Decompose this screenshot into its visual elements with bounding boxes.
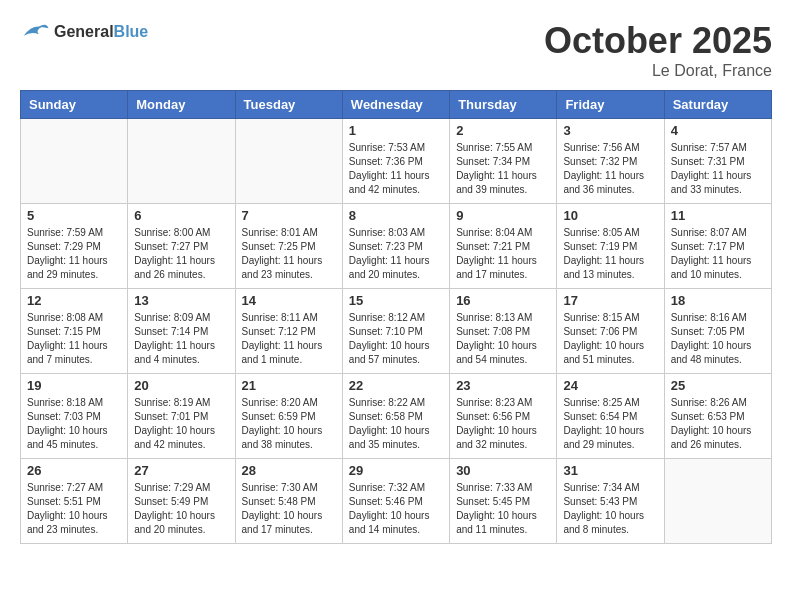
day-number: 18	[671, 293, 765, 308]
logo-general: General	[54, 23, 114, 40]
day-info: Sunrise: 8:18 AMSunset: 7:03 PMDaylight:…	[27, 396, 121, 452]
day-number: 6	[134, 208, 228, 223]
calendar-cell: 1Sunrise: 7:53 AMSunset: 7:36 PMDaylight…	[342, 119, 449, 204]
week-row-5: 26Sunrise: 7:27 AMSunset: 5:51 PMDayligh…	[21, 459, 772, 544]
calendar-cell: 30Sunrise: 7:33 AMSunset: 5:45 PMDayligh…	[450, 459, 557, 544]
day-number: 25	[671, 378, 765, 393]
day-info: Sunrise: 8:25 AMSunset: 6:54 PMDaylight:…	[563, 396, 657, 452]
day-info: Sunrise: 7:29 AMSunset: 5:49 PMDaylight:…	[134, 481, 228, 537]
day-number: 16	[456, 293, 550, 308]
title-area: October 2025 Le Dorat, France	[544, 20, 772, 80]
day-number: 21	[242, 378, 336, 393]
calendar-cell: 15Sunrise: 8:12 AMSunset: 7:10 PMDayligh…	[342, 289, 449, 374]
day-of-week-tuesday: Tuesday	[235, 91, 342, 119]
calendar-cell: 31Sunrise: 7:34 AMSunset: 5:43 PMDayligh…	[557, 459, 664, 544]
day-info: Sunrise: 7:53 AMSunset: 7:36 PMDaylight:…	[349, 141, 443, 197]
day-number: 2	[456, 123, 550, 138]
calendar-cell: 26Sunrise: 7:27 AMSunset: 5:51 PMDayligh…	[21, 459, 128, 544]
day-number: 15	[349, 293, 443, 308]
calendar-cell: 9Sunrise: 8:04 AMSunset: 7:21 PMDaylight…	[450, 204, 557, 289]
day-info: Sunrise: 7:57 AMSunset: 7:31 PMDaylight:…	[671, 141, 765, 197]
calendar-cell: 14Sunrise: 8:11 AMSunset: 7:12 PMDayligh…	[235, 289, 342, 374]
day-info: Sunrise: 7:27 AMSunset: 5:51 PMDaylight:…	[27, 481, 121, 537]
day-of-week-friday: Friday	[557, 91, 664, 119]
day-number: 23	[456, 378, 550, 393]
calendar-cell: 6Sunrise: 8:00 AMSunset: 7:27 PMDaylight…	[128, 204, 235, 289]
day-number: 30	[456, 463, 550, 478]
day-number: 1	[349, 123, 443, 138]
day-info: Sunrise: 7:59 AMSunset: 7:29 PMDaylight:…	[27, 226, 121, 282]
calendar-cell	[235, 119, 342, 204]
day-info: Sunrise: 8:05 AMSunset: 7:19 PMDaylight:…	[563, 226, 657, 282]
calendar-cell: 17Sunrise: 8:15 AMSunset: 7:06 PMDayligh…	[557, 289, 664, 374]
day-number: 11	[671, 208, 765, 223]
week-row-4: 19Sunrise: 8:18 AMSunset: 7:03 PMDayligh…	[21, 374, 772, 459]
day-info: Sunrise: 8:22 AMSunset: 6:58 PMDaylight:…	[349, 396, 443, 452]
calendar-cell: 7Sunrise: 8:01 AMSunset: 7:25 PMDaylight…	[235, 204, 342, 289]
week-row-1: 1Sunrise: 7:53 AMSunset: 7:36 PMDaylight…	[21, 119, 772, 204]
calendar-cell: 25Sunrise: 8:26 AMSunset: 6:53 PMDayligh…	[664, 374, 771, 459]
day-number: 8	[349, 208, 443, 223]
calendar-cell: 23Sunrise: 8:23 AMSunset: 6:56 PMDayligh…	[450, 374, 557, 459]
calendar-cell	[128, 119, 235, 204]
calendar-table: SundayMondayTuesdayWednesdayThursdayFrid…	[20, 90, 772, 544]
day-info: Sunrise: 8:01 AMSunset: 7:25 PMDaylight:…	[242, 226, 336, 282]
logo-icon	[20, 20, 50, 44]
calendar-cell: 4Sunrise: 7:57 AMSunset: 7:31 PMDaylight…	[664, 119, 771, 204]
month-title: October 2025	[544, 20, 772, 62]
day-info: Sunrise: 8:07 AMSunset: 7:17 PMDaylight:…	[671, 226, 765, 282]
calendar-cell: 28Sunrise: 7:30 AMSunset: 5:48 PMDayligh…	[235, 459, 342, 544]
calendar-cell: 22Sunrise: 8:22 AMSunset: 6:58 PMDayligh…	[342, 374, 449, 459]
day-info: Sunrise: 8:08 AMSunset: 7:15 PMDaylight:…	[27, 311, 121, 367]
day-number: 20	[134, 378, 228, 393]
day-number: 29	[349, 463, 443, 478]
logo-text: GeneralBlue	[54, 23, 148, 41]
logo: GeneralBlue	[20, 20, 148, 44]
day-info: Sunrise: 7:55 AMSunset: 7:34 PMDaylight:…	[456, 141, 550, 197]
day-of-week-saturday: Saturday	[664, 91, 771, 119]
day-info: Sunrise: 8:00 AMSunset: 7:27 PMDaylight:…	[134, 226, 228, 282]
day-info: Sunrise: 7:33 AMSunset: 5:45 PMDaylight:…	[456, 481, 550, 537]
week-row-2: 5Sunrise: 7:59 AMSunset: 7:29 PMDaylight…	[21, 204, 772, 289]
day-number: 31	[563, 463, 657, 478]
day-number: 3	[563, 123, 657, 138]
day-info: Sunrise: 7:30 AMSunset: 5:48 PMDaylight:…	[242, 481, 336, 537]
calendar-cell: 20Sunrise: 8:19 AMSunset: 7:01 PMDayligh…	[128, 374, 235, 459]
calendar-cell	[664, 459, 771, 544]
logo-blue: Blue	[114, 23, 149, 40]
location-title: Le Dorat, France	[544, 62, 772, 80]
day-info: Sunrise: 8:11 AMSunset: 7:12 PMDaylight:…	[242, 311, 336, 367]
day-number: 28	[242, 463, 336, 478]
calendar-cell: 10Sunrise: 8:05 AMSunset: 7:19 PMDayligh…	[557, 204, 664, 289]
day-info: Sunrise: 8:15 AMSunset: 7:06 PMDaylight:…	[563, 311, 657, 367]
day-info: Sunrise: 8:12 AMSunset: 7:10 PMDaylight:…	[349, 311, 443, 367]
calendar-cell: 3Sunrise: 7:56 AMSunset: 7:32 PMDaylight…	[557, 119, 664, 204]
calendar-cell: 18Sunrise: 8:16 AMSunset: 7:05 PMDayligh…	[664, 289, 771, 374]
day-number: 17	[563, 293, 657, 308]
day-info: Sunrise: 8:16 AMSunset: 7:05 PMDaylight:…	[671, 311, 765, 367]
calendar-cell: 5Sunrise: 7:59 AMSunset: 7:29 PMDaylight…	[21, 204, 128, 289]
day-number: 26	[27, 463, 121, 478]
calendar-cell: 21Sunrise: 8:20 AMSunset: 6:59 PMDayligh…	[235, 374, 342, 459]
page-header: GeneralBlue October 2025 Le Dorat, Franc…	[20, 20, 772, 80]
calendar-cell: 11Sunrise: 8:07 AMSunset: 7:17 PMDayligh…	[664, 204, 771, 289]
day-number: 13	[134, 293, 228, 308]
calendar-cell: 19Sunrise: 8:18 AMSunset: 7:03 PMDayligh…	[21, 374, 128, 459]
day-info: Sunrise: 7:56 AMSunset: 7:32 PMDaylight:…	[563, 141, 657, 197]
day-info: Sunrise: 8:09 AMSunset: 7:14 PMDaylight:…	[134, 311, 228, 367]
day-of-week-sunday: Sunday	[21, 91, 128, 119]
calendar-cell: 12Sunrise: 8:08 AMSunset: 7:15 PMDayligh…	[21, 289, 128, 374]
day-info: Sunrise: 7:32 AMSunset: 5:46 PMDaylight:…	[349, 481, 443, 537]
day-info: Sunrise: 8:13 AMSunset: 7:08 PMDaylight:…	[456, 311, 550, 367]
calendar-cell: 13Sunrise: 8:09 AMSunset: 7:14 PMDayligh…	[128, 289, 235, 374]
day-info: Sunrise: 8:19 AMSunset: 7:01 PMDaylight:…	[134, 396, 228, 452]
day-number: 22	[349, 378, 443, 393]
day-info: Sunrise: 8:20 AMSunset: 6:59 PMDaylight:…	[242, 396, 336, 452]
day-of-week-wednesday: Wednesday	[342, 91, 449, 119]
day-number: 27	[134, 463, 228, 478]
day-number: 24	[563, 378, 657, 393]
calendar-cell: 24Sunrise: 8:25 AMSunset: 6:54 PMDayligh…	[557, 374, 664, 459]
day-number: 7	[242, 208, 336, 223]
day-number: 12	[27, 293, 121, 308]
calendar-header-row: SundayMondayTuesdayWednesdayThursdayFrid…	[21, 91, 772, 119]
